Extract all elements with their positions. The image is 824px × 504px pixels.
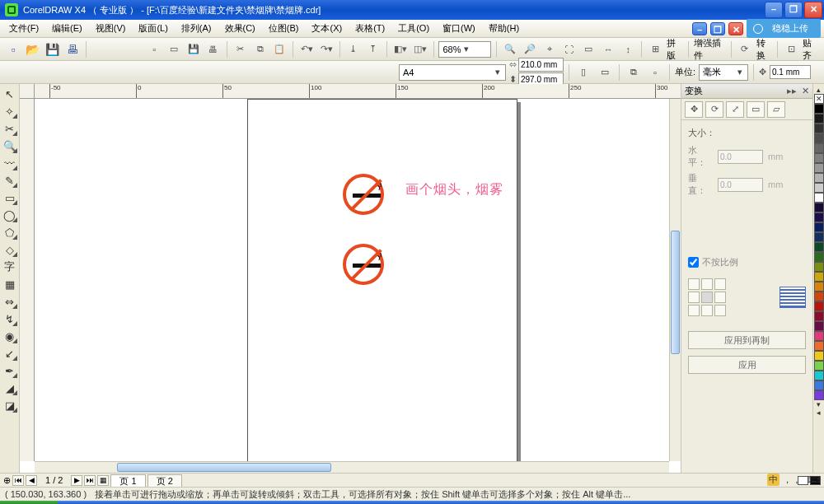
upload-button[interactable]: 稳稳上传 [747,19,821,38]
save2-icon[interactable]: 💾 [185,40,202,58]
ime-shape-icon[interactable]: 。 [795,474,804,486]
swatch-5[interactable] [814,153,824,163]
redo-icon[interactable]: ↷▾ [318,40,335,58]
smart-tool[interactable]: ✎ [2,172,18,189]
swatch-1[interactable] [814,114,824,124]
export-icon[interactable]: ⤒ [365,40,382,58]
menu-view[interactable]: 视图(V) [90,21,132,36]
menu-edit[interactable]: 编辑(E) [46,21,88,36]
zoom-page-icon[interactable]: ▭ [580,40,597,58]
page[interactable] [247,99,517,461]
dimension-tool[interactable]: ⇔ [2,293,18,310]
zoom-in-icon[interactable]: 🔍 [502,40,518,58]
ruler-origin[interactable] [20,84,35,99]
vertical-scrollbar[interactable] [669,99,681,461]
swatch-9[interactable] [814,193,824,203]
ellipse-tool[interactable]: ◯ [2,207,18,223]
swatch-25[interactable] [814,351,824,361]
pages-current-icon[interactable]: ▫ [646,63,664,82]
menu-arrange[interactable]: 排列(A) [176,21,218,36]
swatch-24[interactable] [814,341,824,351]
page-tab-2[interactable]: 页 2 [147,474,182,487]
plugin-convert-label[interactable]: 转换 [756,37,773,62]
menu-help[interactable]: 帮助(H) [483,21,525,36]
menu-tools[interactable]: 工具(O) [392,21,435,36]
transform-rotate-icon[interactable]: ⟳ [705,101,723,118]
rectangle-tool[interactable]: ▭ [2,189,18,206]
open2-icon[interactable]: ▭ [166,40,182,58]
shape-tool[interactable]: ✧ [2,103,18,119]
swatch-0[interactable] [814,104,824,114]
undo-icon[interactable]: ↶▾ [298,40,315,58]
swatch-14[interactable] [814,242,824,252]
minimize-button[interactable]: – [765,2,783,18]
menu-table[interactable]: 表格(T) [349,21,391,36]
zoom-all-icon[interactable]: ⛶ [561,40,578,58]
windows-taskbar[interactable] [0,501,824,504]
apply-button[interactable]: 应用 [688,356,806,374]
docker-v-input[interactable] [718,178,763,192]
horizontal-scrollbar[interactable] [35,461,669,473]
zoom-tool[interactable]: 🔍 [2,138,18,154]
zoom-width-icon[interactable]: ↔ [600,40,616,58]
outline-tool[interactable]: ✒ [2,362,18,379]
nav-grip-icon[interactable]: ⊕ [3,475,11,486]
print-icon[interactable]: 🖶 [64,40,81,58]
swatch-29[interactable] [814,390,824,400]
plugin-convert-icon[interactable]: ⟳ [737,40,753,58]
docker-close-icon[interactable]: ✕ [802,86,809,96]
print2-icon[interactable]: 🖶 [205,40,222,58]
zoom-height-icon[interactable]: ↕ [620,40,636,58]
save-icon[interactable]: 💾 [44,40,61,58]
fill-tool[interactable]: ◢ [2,380,18,396]
menu-text[interactable]: 文本(X) [306,21,348,36]
paper-combo[interactable]: A4▾ [399,64,506,81]
transform-size-icon[interactable]: ▭ [747,101,765,118]
no-smoking-sign-2[interactable] [343,244,384,285]
swatch-11[interactable] [814,212,824,222]
nav-next-button[interactable]: ▶ [71,475,82,486]
mdi-close-button[interactable]: ✕ [728,22,743,35]
no-smoking-sign-1[interactable] [343,174,384,215]
menu-layout[interactable]: 版面(L) [133,21,173,36]
swatch-23[interactable] [814,331,824,341]
transform-position-icon[interactable]: ✥ [685,101,703,118]
cut-icon[interactable]: ✂ [232,40,249,58]
palette-up-icon[interactable]: ▴ [817,86,821,94]
swatch-none[interactable] [814,94,824,104]
swatch-3[interactable] [814,133,824,143]
polygon-tool[interactable]: ⬠ [2,224,18,240]
hscroll-thumb[interactable] [117,463,331,472]
palette-flyout-icon[interactable]: ◂ [817,408,821,417]
swatch-20[interactable] [814,301,824,311]
transform-skew-icon[interactable]: ▱ [767,101,785,118]
pick-tool[interactable]: ↖ [2,86,18,102]
units-combo[interactable]: 毫米▾ [699,64,748,81]
swatch-8[interactable] [814,183,824,193]
swatch-28[interactable] [814,380,824,390]
swatch-7[interactable] [814,173,824,183]
transform-scale-icon[interactable]: ⤢ [726,101,744,118]
welcome-icon[interactable]: ◫▾ [412,40,428,58]
mdi-minimize-button[interactable]: – [692,22,707,35]
landscape-icon[interactable]: ▭ [596,63,614,82]
copy-icon[interactable]: ⧉ [252,40,269,58]
open-icon[interactable]: 📂 [25,40,41,58]
app-launch-icon[interactable]: ◧▾ [392,40,409,58]
canvas[interactable]: 画个烟头，烟雾 [35,99,669,461]
ime-keyboard-icon[interactable]: ⌨ [808,474,821,485]
apply-to-duplicate-button[interactable]: 应用到再制 [688,331,806,349]
text-tool[interactable]: 字 [2,259,18,275]
drawing-workspace[interactable]: -50050100150200250300 画个烟头，烟雾 [20,84,681,473]
ime-punct-icon[interactable]: ， [783,474,792,486]
basic-shapes-tool[interactable]: ◇ [2,241,18,258]
zoom-combo[interactable]: 68%▾ [438,41,491,58]
start-button[interactable] [0,501,58,504]
snap-icon[interactable]: ⊡ [783,40,799,58]
swatch-16[interactable] [814,262,824,272]
docker-collapse-icon[interactable]: ▸▸ [787,86,797,96]
ruler-horizontal[interactable]: -50050100150200250300 [35,84,681,99]
swatch-21[interactable] [814,311,824,321]
lock-ratio-checkbox[interactable] [688,257,699,268]
new-icon[interactable]: ▫ [5,40,21,58]
